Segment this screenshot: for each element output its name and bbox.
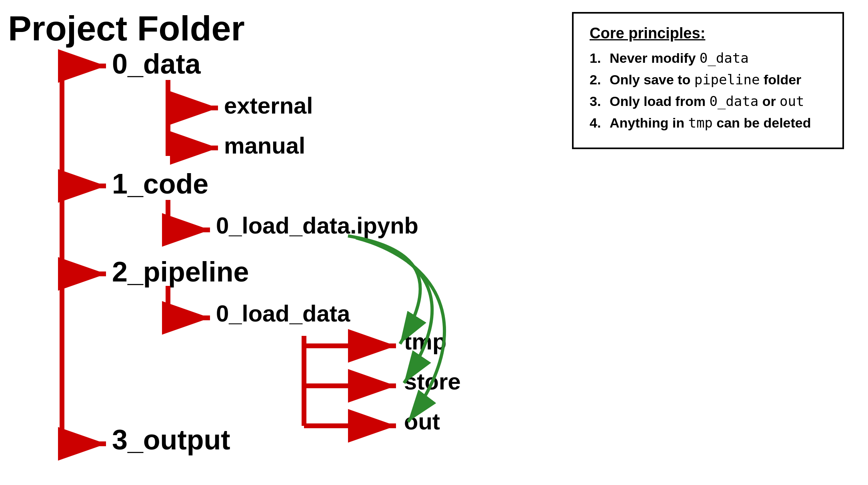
label-0data: 0_data — [112, 48, 201, 80]
core-principles-box: Core principles: 1. Never modify 0_data … — [572, 12, 844, 149]
label-out: out — [404, 408, 440, 435]
label-manual: manual — [224, 132, 305, 159]
core-principles-title: Core principles: — [590, 25, 826, 42]
principle-4-text: Anything in tmp can be deleted — [610, 115, 811, 131]
label-1code: 1_code — [112, 168, 208, 200]
principle-3: 3. Only load from 0_data or out — [590, 93, 826, 109]
core-principles-list: 1. Never modify 0_data 2. Only save to p… — [590, 50, 826, 131]
principle-1-number: 1. — [590, 50, 606, 66]
project-folder-title: Project Folder — [8, 8, 245, 49]
principle-2-number: 2. — [590, 72, 606, 88]
principle-2: 2. Only save to pipeline folder — [590, 72, 826, 88]
principle-1-text: Never modify 0_data — [610, 50, 749, 66]
main-container: Project Folder 0_data external manual 1_… — [0, 0, 868, 485]
principle-3-number: 3. — [590, 94, 606, 109]
label-tmp: tmp — [404, 328, 446, 355]
principle-4-number: 4. — [590, 115, 606, 131]
principle-2-text: Only save to pipeline folder — [610, 72, 801, 88]
label-2pipeline: 2_pipeline — [112, 256, 249, 288]
label-external: external — [224, 92, 313, 119]
label-store: store — [404, 368, 461, 395]
principle-1: 1. Never modify 0_data — [590, 50, 826, 66]
label-loaddata-ipynb: 0_load_data.ipynb — [216, 212, 418, 239]
label-loaddata: 0_load_data — [216, 300, 350, 327]
principle-3-text: Only load from 0_data or out — [610, 93, 804, 109]
principle-4: 4. Anything in tmp can be deleted — [590, 115, 826, 131]
label-3output: 3_output — [112, 424, 230, 456]
